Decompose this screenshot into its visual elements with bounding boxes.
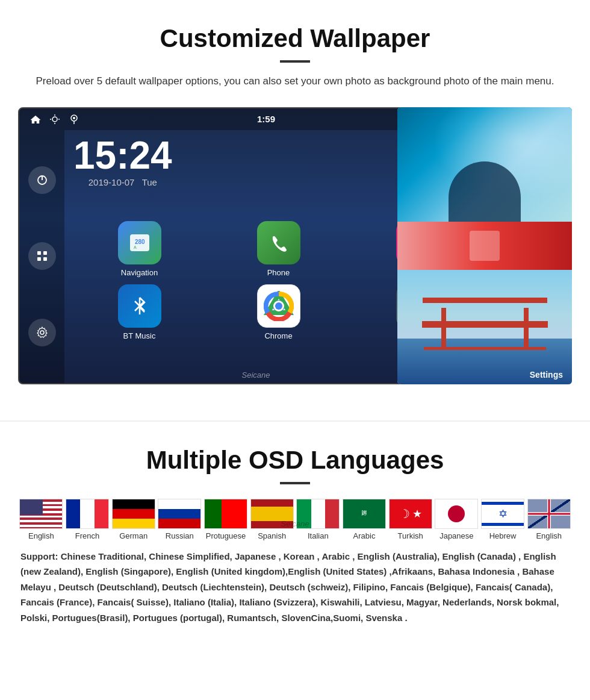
portugal-flag — [204, 499, 247, 529]
support-label: Support: — [20, 551, 58, 561]
ice-cave-thumbnail — [397, 107, 572, 222]
home-icon — [29, 113, 42, 126]
flag-turkish: ☽ ★ Turkish — [387, 499, 433, 540]
uk-flag — [527, 499, 571, 529]
italy-flag — [296, 499, 340, 529]
flag-italian: Italian — [295, 499, 341, 540]
languages-section: Multiple OSD Languages English French — [0, 434, 590, 644]
status-time-display: 1:59 — [257, 114, 275, 124]
flag-label-french: French — [75, 531, 99, 540]
flag-uk-english: English — [526, 499, 572, 540]
japan-flag — [435, 499, 478, 529]
germany-gold — [113, 519, 155, 528]
spain-red-bot — [251, 521, 293, 528]
germany-red — [113, 509, 155, 519]
support-text: Support: Chinese Traditional, Chinese Si… — [18, 549, 572, 626]
settings-button[interactable] — [28, 319, 56, 346]
germany-flag — [112, 499, 155, 529]
svg-point-26 — [275, 302, 282, 310]
russia-flag — [158, 499, 201, 529]
flag-english-usa: English — [18, 499, 64, 540]
italy-red — [325, 499, 339, 528]
wallpaper-description: Preload over 5 default wallpaper options… — [18, 73, 572, 89]
support-languages-list: Chinese Traditional, Chinese Simplified,… — [20, 551, 559, 623]
settings-overlay-label: Settings — [530, 370, 563, 380]
svg-rect-13 — [37, 251, 41, 255]
flag-arabic: ﷽ Arabic — [341, 499, 388, 540]
power-button[interactable] — [28, 166, 56, 194]
flag-label-hebrew: Hebrew — [489, 531, 517, 540]
screen-sidebar — [19, 130, 64, 383]
abstract-thumbnail — [397, 222, 572, 270]
app-item-btmusic[interactable]: BT Music — [73, 284, 205, 340]
germany-black — [113, 499, 155, 509]
svg-point-1 — [52, 117, 57, 122]
russia-red — [158, 519, 200, 528]
saudi-flag: ﷽ — [343, 499, 386, 529]
phone-label: Phone — [267, 268, 290, 277]
svg-rect-16 — [43, 257, 47, 261]
israel-flag: ✡ — [481, 499, 524, 529]
spain-yellow — [251, 507, 293, 521]
flag-label-italian: Italian — [308, 531, 329, 540]
flag-label-russian: Russian — [166, 531, 194, 540]
phone-app-icon — [257, 221, 300, 264]
location-icon — [67, 113, 81, 126]
flag-russian: Russian — [157, 499, 203, 540]
flag-german: German — [110, 499, 157, 540]
portugal-green — [205, 499, 222, 528]
bridge-deck — [424, 347, 546, 350]
title-divider — [280, 60, 310, 63]
app-item-phone[interactable]: Phone — [213, 221, 344, 277]
bridge-thumbnail: Settings — [397, 270, 572, 384]
status-left-icons — [29, 113, 81, 126]
flag-label-uk-english: English — [536, 531, 562, 540]
usa-canton — [20, 499, 43, 515]
flag-hebrew: ✡ Hebrew — [480, 499, 526, 540]
flag-label-english: English — [28, 531, 54, 540]
app-item-navigation[interactable]: 280A Navigation — [73, 221, 205, 277]
languages-divider — [280, 482, 310, 484]
apps-button[interactable] — [28, 242, 56, 270]
app-item-chrome[interactable]: Chrome — [213, 284, 344, 340]
brightness-icon — [48, 113, 61, 126]
israel-stripe-top — [482, 502, 524, 505]
svg-rect-15 — [37, 257, 41, 261]
flag-spanish: Spanish — [249, 499, 295, 540]
flag-label-turkish: Turkish — [398, 531, 423, 540]
crescent-icon: ☽ — [399, 507, 410, 521]
uk-red-vertical — [548, 499, 550, 528]
star-of-david-icon: ✡ — [498, 508, 508, 519]
spain-red-top — [251, 499, 293, 507]
flag-portuguese: Protuguese — [203, 499, 249, 540]
svg-marker-0 — [31, 116, 40, 123]
wallpaper-section: Customized Wallpaper Preload over 5 defa… — [0, 0, 590, 408]
clock-date: 2019-10-07 Tue — [73, 177, 172, 187]
france-blue — [66, 499, 80, 528]
navigation-label: Navigation — [121, 268, 158, 277]
japan-circle — [448, 505, 465, 522]
turkey-flag: ☽ ★ — [389, 499, 432, 529]
svg-point-7 — [73, 117, 75, 119]
wallpaper-demo: 1:59 — [18, 107, 572, 390]
bridge-tower-right — [524, 308, 529, 350]
flag-label-arabic: Arabic — [353, 531, 376, 540]
abstract-shape — [470, 231, 500, 261]
flag-label-portuguese: Protuguese — [206, 531, 246, 540]
saudi-text: ﷽ — [362, 511, 367, 516]
france-white — [80, 499, 94, 528]
screen-watermark: Seicane — [242, 370, 270, 380]
wallpaper-thumbnails: Settings — [397, 107, 572, 384]
star-icon: ★ — [412, 507, 422, 520]
svg-text:280: 280 — [135, 239, 145, 245]
portugal-red — [222, 499, 247, 528]
chrome-app-icon — [257, 284, 300, 328]
flags-container: English French German — [18, 499, 572, 540]
svg-rect-14 — [43, 251, 47, 255]
svg-text:A: A — [134, 245, 137, 249]
italy-white — [311, 499, 325, 528]
russia-blue — [158, 509, 200, 519]
bridge-tower-left — [441, 308, 446, 350]
clock-block: 15:24 2019-10-07 Tue — [73, 136, 172, 187]
flag-label-japanese: Japanese — [439, 531, 473, 540]
